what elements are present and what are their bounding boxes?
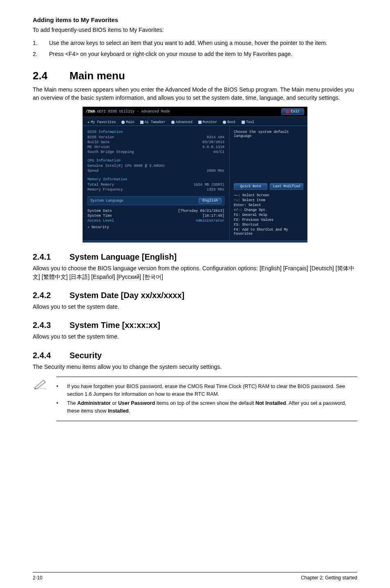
para-2-4: The Main menu screen appears when you en…	[33, 85, 357, 102]
right-description: Choose the system default language	[234, 130, 303, 138]
cpu-speed-value: 2000 MHz	[207, 169, 224, 173]
note-t2-notinst: Not Installed	[256, 400, 286, 406]
gear-icon	[121, 121, 125, 124]
exit-icon	[286, 110, 289, 113]
para-2-4-1: Allows you to choose the BIOS language v…	[33, 264, 357, 281]
bios-version-label: BIOS Version	[87, 135, 114, 139]
heading-2-4-2-num: 2.4.2	[33, 291, 69, 300]
cpu-information-title: CPU Information	[87, 159, 224, 163]
note-t2-admin: Administrator	[77, 400, 111, 406]
wrench-icon	[140, 121, 143, 124]
note-box: • If you have forgotten your BIOS passwo…	[33, 377, 357, 421]
legend-row: F3: Shortcut	[234, 222, 303, 227]
system-time-value: [16:17:48]	[202, 214, 224, 218]
legend-row: +/-: Change Opt.	[234, 208, 303, 213]
chevron-right-icon: ▸	[87, 225, 90, 229]
tab-main[interactable]: Main	[119, 119, 137, 126]
note-t2-pre: The	[67, 400, 77, 406]
system-date-row[interactable]: System Date[Thursday 09/21/2013]	[87, 209, 224, 213]
bios-title-area: /ISUS UEFI BIOS Utility - Advanced Mode	[86, 110, 170, 114]
table-row: Build Date03/28/2013	[87, 140, 224, 145]
bios-title: UEFI BIOS Utility - Advanced Mode	[97, 110, 170, 114]
asus-logo: /ISUS	[86, 110, 95, 114]
table-row: Speed2000 MHz	[87, 168, 224, 173]
total-memory-label: Total Memory	[87, 183, 114, 187]
legend-row: Enter: Select	[234, 203, 303, 208]
bios-version-value: 0214 x64	[207, 135, 224, 139]
heading-2-4-1-title: System Language [English]	[69, 252, 177, 261]
exit-label: Exit	[291, 110, 300, 114]
bullet-dot: •	[56, 399, 67, 415]
heading-2-4-2: 2.4.2System Date [Day xx/xx/xxxx]	[33, 291, 357, 300]
system-language-label: System Language	[90, 199, 123, 203]
heading-2-4-1-num: 2.4.1	[33, 252, 69, 262]
exit-button[interactable]: Exit	[281, 108, 304, 115]
memory-freq-value: 1333 MHz	[207, 188, 224, 192]
system-language-select[interactable]: English	[199, 198, 222, 204]
bios-body: BIOS Information BIOS Version0214 x64 Bu…	[83, 126, 307, 240]
bios-bottom-strip	[83, 240, 307, 242]
last-modified-button[interactable]: Last Modified	[270, 183, 303, 190]
legend-row: →←: Select Screen	[234, 193, 303, 198]
tab-main-label: Main	[126, 120, 134, 124]
heading-2-4-title: Main menu	[69, 70, 125, 82]
table-row: Genuine Intel(R) CPU 0000 @ 2.00GHz	[87, 164, 224, 168]
para-2-4-4: The Security menu items allow you to cha…	[33, 363, 357, 371]
heading-2-4-num: 2.4	[33, 70, 69, 82]
system-language-row[interactable]: System Language English	[87, 196, 224, 205]
step-2-number: 2.	[33, 50, 49, 58]
note-t2-userpw: User Password	[118, 400, 155, 406]
para-2-4-3: Allows you to set the system time.	[33, 332, 357, 341]
heading-2-4-3-num: 2.4.3	[33, 321, 69, 330]
note-text-1-content: If you have forgotten your BIOS password…	[67, 384, 345, 397]
legend-row: F4: Add to ShortCut and My Favorites	[234, 227, 303, 236]
gear-icon	[171, 121, 175, 124]
para-2-4-2: Allows you to set the system date.	[33, 303, 357, 311]
heading-2-4-4: 2.4.4Security	[33, 351, 357, 360]
access-level-value: Administrator	[196, 219, 224, 223]
table-row: Total Memory1024 MB (DDR3)	[87, 182, 224, 187]
tab-my-favorites-label: My Favorites	[91, 120, 116, 124]
tab-ai-tweaker-label: Ai Tweaker	[145, 120, 166, 124]
page: Adding items to My Favorites To add freq…	[0, 0, 390, 588]
table-row: ME Version9.0.0.1310	[87, 145, 224, 150]
star-icon: ★	[87, 120, 90, 124]
monitor-icon	[198, 121, 202, 124]
tab-my-favorites[interactable]: ★My Favorites	[85, 119, 118, 126]
bios-information-title: BIOS Information	[87, 130, 224, 134]
bios-information-block: BIOS Information BIOS Version0214 x64 Bu…	[87, 130, 224, 155]
heading-2-4-3-title: System Time [xx:xx:xx]	[69, 321, 160, 330]
tab-ai-tweaker[interactable]: Ai Tweaker	[138, 119, 168, 126]
chapter-title: Chapter 2: Getting started	[301, 575, 357, 581]
intro-add-favorites: To add frequently-used BIOS items to My …	[33, 26, 357, 34]
step-1-number: 1.	[33, 39, 49, 47]
tab-boot[interactable]: Boot	[220, 119, 238, 126]
access-level-row: Access Level Administrator	[87, 218, 224, 223]
pencil-note-icon	[33, 377, 49, 421]
heading-2-4-2-title: System Date [Day xx/xx/xxxx]	[69, 291, 184, 300]
bullet-dot: •	[56, 383, 67, 398]
me-version-label: ME Version	[87, 145, 110, 149]
cpu-information-block: CPU Information Genuine Intel(R) CPU 000…	[87, 159, 224, 173]
bios-left-panel: BIOS Information BIOS Version0214 x64 Bu…	[83, 126, 229, 240]
tab-monitor[interactable]: Monitor	[196, 119, 220, 126]
quick-note-button[interactable]: Quick Note	[234, 183, 267, 190]
note-bullet-1: • If you have forgotten your BIOS passwo…	[56, 383, 357, 398]
bios-tabs: ★My Favorites Main Ai Tweaker Advanced M…	[83, 117, 307, 126]
bios-topbar: /ISUS UEFI BIOS Utility - Advanced Mode …	[83, 107, 307, 117]
bios-screenshot: /ISUS UEFI BIOS Utility - Advanced Mode …	[83, 107, 307, 242]
memory-information-title: Memory Information	[87, 177, 224, 182]
cpu-speed-label: Speed	[87, 169, 99, 173]
tab-monitor-label: Monitor	[203, 120, 217, 124]
tab-tool[interactable]: Tool	[239, 119, 257, 126]
cpu-model-label: Genuine Intel(R) CPU 0000 @ 2.00GHz	[87, 164, 165, 168]
tab-advanced[interactable]: Advanced	[169, 119, 195, 126]
security-item[interactable]: ▸Security	[87, 223, 224, 231]
table-row: South Bridge Stepping04/C1	[87, 150, 224, 155]
tab-boot-label: Boot	[227, 120, 235, 124]
heading-2-4-1: 2.4.1System Language [English]	[33, 252, 357, 262]
note-bullet-2: • The Administrator or User Password ite…	[56, 399, 357, 415]
system-time-label: System Time	[87, 214, 112, 218]
power-icon	[223, 121, 226, 124]
system-time-row[interactable]: System Time[16:17:48]	[87, 213, 224, 218]
